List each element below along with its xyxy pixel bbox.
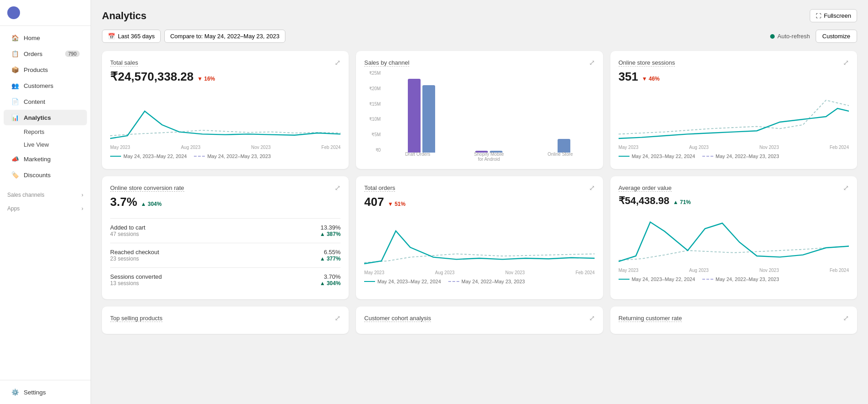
chevron-right-icon-apps: › <box>81 205 83 212</box>
sidebar-bottom: ⚙️ Settings <box>0 380 91 404</box>
conv-cart-change: ▲ 387% <box>320 231 340 237</box>
sidebar-item-marketing[interactable]: 📣 Marketing <box>4 151 87 167</box>
conv-converted-values: 3.70% ▲ 304% <box>320 273 340 286</box>
total-sales-header: Total sales ⤢ <box>110 58 340 67</box>
orders-legend-prev: May 24, 2022–May 23, 2023 <box>448 279 525 284</box>
fullscreen-button[interactable]: ⛶ Fullscreen <box>810 9 857 22</box>
conv-converted-label: Sessions converted <box>110 273 162 280</box>
sidebar-label-discounts: Discounts <box>24 172 51 179</box>
total-orders-value: 407 <box>364 195 384 209</box>
sessions-export-icon[interactable]: ⤢ <box>843 58 849 67</box>
auto-refresh-toggle[interactable]: Auto-refresh <box>770 33 810 40</box>
sidebar-label-home: Home <box>24 35 40 41</box>
sessions-legend-label-current: May 24, 2023–May 22, 2024 <box>632 153 695 159</box>
conv-row-cart: Added to cart 47 sessions 13.39% ▲ 387% <box>110 218 340 243</box>
returning-export-icon[interactable]: ⤢ <box>843 314 849 322</box>
conv-cart-label: Added to cart <box>110 224 145 231</box>
conversion-title: Online store conversion rate <box>110 184 184 192</box>
avg-line-dashed <box>702 279 713 280</box>
conv-checkout-pct: 6.55% <box>320 249 340 256</box>
top-selling-export-icon[interactable]: ⤢ <box>335 314 340 322</box>
customize-button[interactable]: Customize <box>816 30 857 43</box>
sidebar-logo <box>0 0 91 26</box>
conv-converted-sub: 13 sessions <box>110 280 162 286</box>
conv-checkout-change: ▲ 377% <box>320 256 340 262</box>
auto-refresh-label: Auto-refresh <box>777 33 810 40</box>
sales-channels-section[interactable]: Sales channels › <box>0 188 91 200</box>
sidebar-label-settings: Settings <box>24 389 46 396</box>
apps-section[interactable]: Apps › <box>0 202 91 214</box>
orders-line-dashed <box>448 281 459 282</box>
channel-y-labels: ₹25M ₹20M ₹15M ₹10M ₹5M ₹0 <box>364 71 381 153</box>
sidebar-item-content[interactable]: 📄 Content <box>4 94 87 109</box>
sidebar-label-customers: Customers <box>24 82 53 89</box>
sidebar-item-customers[interactable]: 👥 Customers <box>4 78 87 93</box>
chevron-right-icon: › <box>81 192 83 198</box>
conversion-badge: ▲ 304% <box>141 201 162 207</box>
sidebar-label-content: Content <box>24 98 45 105</box>
sidebar-item-settings[interactable]: ⚙️ Settings <box>4 384 87 400</box>
compare-label: Compare to: May 24, 2022–May 23, 2023 <box>170 33 279 40</box>
conv-row-checkout: Reached checkout 23 sessions 6.55% ▲ 377… <box>110 243 340 267</box>
sidebar-item-analytics[interactable]: 📊 Analytics <box>4 110 87 125</box>
total-orders-export-icon[interactable]: ⤢ <box>589 184 595 192</box>
total-sales-badge: ▼ 16% <box>197 76 215 82</box>
sidebar-label-live-view: Live View <box>24 141 49 148</box>
date-range-button[interactable]: 📅 Last 365 days <box>102 30 161 43</box>
total-orders-badge: ▼ 51% <box>388 201 406 207</box>
conversion-export-icon[interactable]: ⤢ <box>335 184 340 192</box>
sidebar-item-products[interactable]: 📦 Products <box>4 62 87 77</box>
orders-legend-label-prev: May 24, 2022–May 23, 2023 <box>462 279 525 284</box>
conv-converted-info: Sessions converted 13 sessions <box>110 273 162 286</box>
conversion-table: Added to cart 47 sessions 13.39% ▲ 387% … <box>110 218 340 292</box>
total-orders-header: Total orders ⤢ <box>364 184 594 192</box>
toggle-indicator <box>770 34 775 39</box>
sales-channel-export-icon[interactable]: ⤢ <box>589 58 595 67</box>
sessions-chart <box>619 89 849 144</box>
sidebar-item-home[interactable]: 🏠 Home <box>4 30 87 46</box>
bar-draft-orders <box>408 79 435 153</box>
logo-icon <box>7 6 20 19</box>
customer-cohort-card: Customer cohort analysis ⤢ <box>356 307 603 334</box>
conv-cart-pct: 13.39% <box>320 224 340 231</box>
top-selling-products-card: Top selling products ⤢ <box>102 307 349 334</box>
bar-online-prev <box>558 139 570 153</box>
fullscreen-icon: ⛶ <box>816 13 821 19</box>
sidebar-label-analytics: Analytics <box>24 114 51 121</box>
bar-draft-current <box>408 79 421 153</box>
sessions-line-dashed <box>702 156 713 157</box>
page-header: Analytics ⛶ Fullscreen <box>102 9 857 22</box>
ts-x1: May 2023 <box>110 145 130 150</box>
sessions-line-solid <box>619 156 629 157</box>
total-orders-title: Total orders <box>364 184 395 192</box>
conv-checkout-info: Reached checkout 23 sessions <box>110 249 159 262</box>
compare-button[interactable]: Compare to: May 24, 2022–May 23, 2023 <box>164 30 285 43</box>
cards-grid-row1: Total sales ⤢ ₹24,570,338.28 ▼ 16% May 2… <box>102 51 857 169</box>
sidebar-item-live-view[interactable]: Live View <box>4 138 87 151</box>
home-icon: 🏠 <box>11 34 19 42</box>
channel-x-labels: Draft Orders Shopify Mobilefor Android O… <box>383 152 594 162</box>
sidebar-item-discounts[interactable]: 🏷️ Discounts <box>4 167 87 183</box>
total-sales-legend: May 24, 2023–May 22, 2024 May 24, 2022–M… <box>110 153 340 159</box>
avg-legend-label-current: May 24, 2023–May 22, 2024 <box>632 276 695 282</box>
legend-line-dashed <box>194 156 205 157</box>
cohort-export-icon[interactable]: ⤢ <box>589 314 595 322</box>
filter-bar: 📅 Last 365 days Compare to: May 24, 2022… <box>102 30 857 43</box>
conv-checkout-values: 6.55% ▲ 377% <box>320 249 340 262</box>
avg-order-export-icon[interactable]: ⤢ <box>843 184 849 192</box>
sidebar-label-marketing: Marketing <box>24 156 51 163</box>
sidebar-item-orders[interactable]: 📋 Orders 790 <box>4 46 87 61</box>
sidebar-item-reports[interactable]: Reports <box>4 126 87 138</box>
sessions-legend-current: May 24, 2023–May 22, 2024 <box>619 153 695 159</box>
conv-row-converted: Sessions converted 13 sessions 3.70% ▲ 3… <box>110 267 340 292</box>
sessions-header: Online store sessions ⤢ <box>619 58 849 67</box>
page-title: Analytics <box>102 10 147 22</box>
sessions-badge: ▼ 46% <box>642 76 660 82</box>
conv-cart-sub: 47 sessions <box>110 231 145 237</box>
total-sales-chart <box>110 89 340 144</box>
total-sales-export-icon[interactable]: ⤢ <box>335 58 340 67</box>
avg-order-title: Average order value <box>619 184 672 192</box>
avg-order-badge: ▲ 71% <box>673 199 691 205</box>
returning-header: Returning customer rate ⤢ <box>619 314 849 322</box>
conv-checkout-sub: 23 sessions <box>110 256 159 262</box>
